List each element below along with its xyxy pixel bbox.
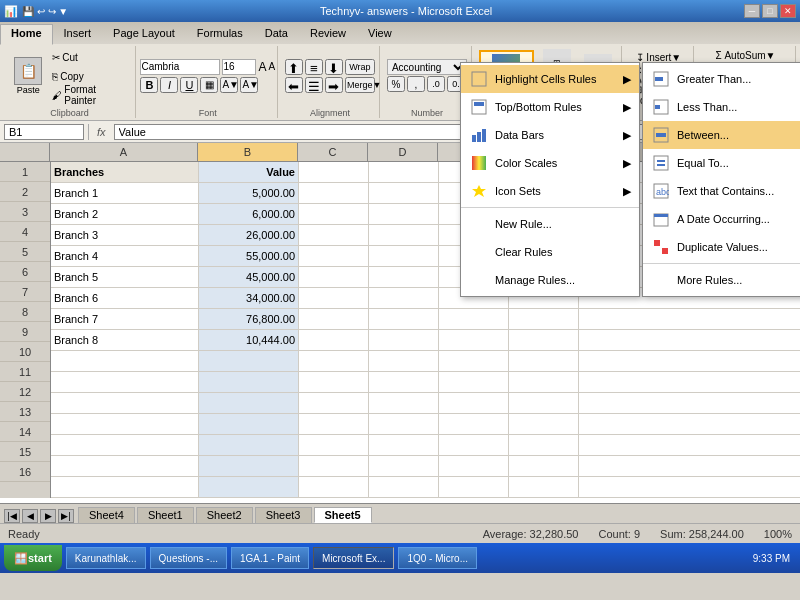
merge-cells-button[interactable]: Merge▼ (345, 77, 375, 93)
taskbar-item-3[interactable]: Microsoft Ex... (313, 547, 394, 569)
submenu-date-occurring[interactable]: A Date Occurring... (643, 205, 800, 233)
sheet-nav-last[interactable]: ▶| (58, 509, 74, 523)
font-size-select[interactable] (222, 59, 256, 75)
sheet-nav-prev[interactable]: ◀ (22, 509, 38, 523)
cell-7-b[interactable]: 34,000.00 (199, 288, 299, 308)
tab-review[interactable]: Review (299, 24, 357, 44)
cell-13-a[interactable] (51, 414, 199, 434)
bold-button[interactable]: B (140, 77, 158, 93)
cell-15-f[interactable] (509, 456, 579, 476)
taskbar-item-2[interactable]: 1GA.1 - Paint (231, 547, 309, 569)
menu-item-color-scales[interactable]: Color Scales ▶ (461, 149, 639, 177)
cell-3-d[interactable] (369, 204, 439, 224)
cell-8-a[interactable]: Branch 7 (51, 309, 199, 329)
cell-3-c[interactable] (299, 204, 369, 224)
cell-15-d[interactable] (369, 456, 439, 476)
cell-4-c[interactable] (299, 225, 369, 245)
row-header-15[interactable]: 15 (0, 442, 50, 462)
col-header-c[interactable]: C (298, 143, 368, 161)
cell-11-b[interactable] (199, 372, 299, 392)
cell-15-e[interactable] (439, 456, 509, 476)
cell-14-d[interactable] (369, 435, 439, 455)
paste-button[interactable]: 📋 Paste (10, 54, 46, 99)
sheet-nav[interactable]: |◀ ◀ ▶ ▶| (4, 509, 74, 523)
cell-11-e[interactable] (439, 372, 509, 392)
cell-5-b[interactable]: 55,000.00 (199, 246, 299, 266)
cell-4-d[interactable] (369, 225, 439, 245)
cell-1-c[interactable] (299, 162, 369, 182)
taskbar-item-1[interactable]: Questions -... (150, 547, 227, 569)
menu-item-top-bottom[interactable]: Top/Bottom Rules ▶ (461, 93, 639, 121)
comma-button[interactable]: , (407, 76, 425, 92)
submenu-duplicate[interactable]: Duplicate Values... (643, 233, 800, 261)
cell-12-d[interactable] (369, 393, 439, 413)
cut-button[interactable]: ✂ Cut (48, 48, 129, 66)
start-button[interactable]: 🪟 start (4, 545, 62, 571)
percent-button[interactable]: % (387, 76, 405, 92)
cell-15-a[interactable] (51, 456, 199, 476)
cell-12-b[interactable] (199, 393, 299, 413)
cell-14-c[interactable] (299, 435, 369, 455)
row-header-8[interactable]: 8 (0, 302, 50, 322)
menu-item-manage-rules[interactable]: Manage Rules... (461, 266, 639, 294)
sheet-tab-sheet5[interactable]: Sheet5 (314, 507, 372, 523)
cell-7-c[interactable] (299, 288, 369, 308)
cell-10-b[interactable] (199, 351, 299, 371)
submenu-text-contains[interactable]: abc Text that Contains... (643, 177, 800, 205)
cell-6-d[interactable] (369, 267, 439, 287)
sheet-nav-first[interactable]: |◀ (4, 509, 20, 523)
menu-item-new-rule[interactable]: New Rule... (461, 210, 639, 238)
underline-button[interactable]: U (180, 77, 198, 93)
cell-1-a[interactable]: Branches (51, 162, 199, 182)
cell-11-f[interactable] (509, 372, 579, 392)
cell-10-f[interactable] (509, 351, 579, 371)
wrap-text-button[interactable]: Wrap (345, 59, 375, 75)
row-header-2[interactable]: 2 (0, 182, 50, 202)
tab-view[interactable]: View (357, 24, 403, 44)
cell-6-a[interactable]: Branch 5 (51, 267, 199, 287)
row-header-3[interactable]: 3 (0, 202, 50, 222)
font-color-button[interactable]: A▼ (240, 77, 258, 93)
border-button[interactable]: ▦ (200, 77, 218, 93)
cell-9-b[interactable]: 10,444.00 (199, 330, 299, 350)
cell-7-d[interactable] (369, 288, 439, 308)
align-top-button[interactable]: ⬆ (285, 59, 303, 75)
col-header-b[interactable]: B (198, 143, 298, 161)
menu-item-data-bars[interactable]: Data Bars ▶ (461, 121, 639, 149)
cell-3-b[interactable]: 6,000.00 (199, 204, 299, 224)
row-header-10[interactable]: 10 (0, 342, 50, 362)
cell-4-b[interactable]: 26,000.00 (199, 225, 299, 245)
submenu-equal-to[interactable]: Equal To... (643, 149, 800, 177)
cell-2-d[interactable] (369, 183, 439, 203)
format-painter-button[interactable]: 🖌 Format Painter (48, 86, 129, 104)
col-header-d[interactable]: D (368, 143, 438, 161)
cell-8-b[interactable]: 76,800.00 (199, 309, 299, 329)
cell-10-e[interactable] (439, 351, 509, 371)
cell-13-d[interactable] (369, 414, 439, 434)
row-header-9[interactable]: 9 (0, 322, 50, 342)
tab-formulas[interactable]: Formulas (186, 24, 254, 44)
cell-16-a[interactable] (51, 477, 199, 497)
cell-9-f[interactable] (509, 330, 579, 350)
cell-1-d[interactable] (369, 162, 439, 182)
italic-button[interactable]: I (160, 77, 178, 93)
cell-5-d[interactable] (369, 246, 439, 266)
align-middle-button[interactable]: ≡ (305, 59, 323, 75)
cell-8-c[interactable] (299, 309, 369, 329)
cell-10-d[interactable] (369, 351, 439, 371)
cell-16-c[interactable] (299, 477, 369, 497)
row-header-5[interactable]: 5 (0, 242, 50, 262)
taskbar-item-4[interactable]: 1Q0 - Micro... (398, 547, 477, 569)
cell-15-c[interactable] (299, 456, 369, 476)
cell-8-e[interactable] (439, 309, 509, 329)
col-header-a[interactable]: A (50, 143, 198, 161)
copy-button[interactable]: ⎘ Copy (48, 67, 129, 85)
taskbar-item-0[interactable]: Karunathlak... (66, 547, 146, 569)
cell-11-d[interactable] (369, 372, 439, 392)
sheet-tab-sheet2[interactable]: Sheet2 (196, 507, 253, 523)
cell-13-b[interactable] (199, 414, 299, 434)
cell-15-b[interactable] (199, 456, 299, 476)
cell-2-a[interactable]: Branch 1 (51, 183, 199, 203)
tab-page-layout[interactable]: Page Layout (102, 24, 186, 44)
row-header-12[interactable]: 12 (0, 382, 50, 402)
